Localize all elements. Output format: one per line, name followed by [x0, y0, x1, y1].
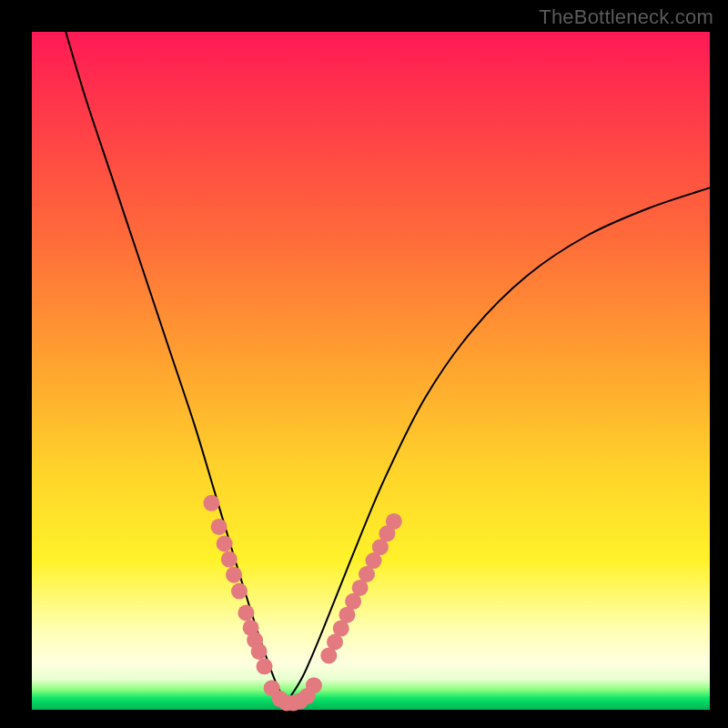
data-point-marker	[306, 677, 322, 693]
data-point-marker	[226, 567, 242, 583]
data-point-marker	[231, 583, 248, 600]
data-point-marker	[386, 513, 402, 530]
data-point-marker	[211, 519, 228, 535]
plot-area	[32, 32, 710, 710]
data-point-marker	[217, 536, 233, 552]
data-point-marker	[251, 643, 268, 660]
chart-svg	[32, 32, 710, 710]
data-point-marker	[257, 658, 273, 674]
chart-frame: TheBottleneck.com	[0, 0, 728, 728]
curve-group	[66, 32, 710, 703]
marker-group	[203, 495, 401, 712]
data-point-marker	[203, 495, 219, 511]
curve-left	[66, 32, 286, 703]
curve-right	[286, 187, 710, 703]
data-point-marker	[238, 605, 254, 622]
attribution-text: TheBottleneck.com	[539, 5, 713, 29]
data-point-marker	[221, 551, 238, 568]
